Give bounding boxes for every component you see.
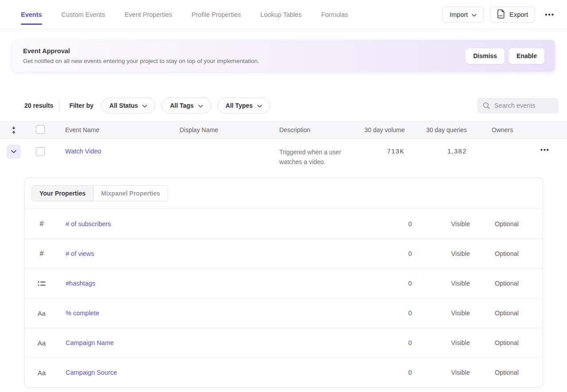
row-checkbox[interactable] xyxy=(36,147,45,156)
property-visibility: Visible xyxy=(412,339,470,346)
event-row-watch-video: Watch Video Triggered when a user watche… xyxy=(0,139,567,176)
divider xyxy=(59,99,59,112)
property-meta: 0 Visible Optional xyxy=(394,339,519,346)
text-type-icon: Aa xyxy=(37,310,46,317)
col-header-description: Description xyxy=(271,126,364,133)
properties-tabs-bar: Your Properties Mixpanel Properties xyxy=(25,178,543,209)
collapse-row-button[interactable] xyxy=(7,145,21,159)
col-header-volume: 30 day volume xyxy=(364,126,408,133)
property-requirement: Optional xyxy=(470,369,519,376)
export-button[interactable]: csv Export xyxy=(490,7,535,23)
property-volume: 0 xyxy=(394,310,412,317)
event-approval-banner: Event Approval Get notified on all new e… xyxy=(12,40,555,72)
col-header-queries: 30 day queries xyxy=(408,126,470,133)
svg-text:csv: csv xyxy=(499,14,503,16)
event-description: Triggered when a user watches a video. xyxy=(279,145,357,167)
import-button[interactable]: Import xyxy=(442,7,484,23)
top-navbar: Events Custom Events Event Properties Pr… xyxy=(0,0,567,29)
property-meta: 0 Visible Optional xyxy=(394,250,519,257)
property-name-link[interactable]: Campaign Source xyxy=(66,369,117,376)
property-meta: 0 Visible Optional xyxy=(394,220,519,227)
enable-button[interactable]: Enable xyxy=(509,48,544,64)
property-requirement: Optional xyxy=(470,220,519,227)
property-visibility: Visible xyxy=(412,250,470,257)
nav-tab[interactable]: Event Properties xyxy=(125,8,172,21)
col-header-event-name: Event Name xyxy=(57,126,171,133)
number-type-icon: # xyxy=(37,250,46,258)
property-volume: 0 xyxy=(394,280,412,287)
collapse-all-icon[interactable] xyxy=(0,126,27,134)
property-requirement: Optional xyxy=(470,250,519,257)
property-row: # # of views 0 Visible Optional xyxy=(25,239,543,268)
property-name-link[interactable]: # of views xyxy=(66,250,94,257)
property-requirement: Optional xyxy=(470,339,519,346)
property-volume: 0 xyxy=(394,369,412,376)
property-visibility: Visible xyxy=(412,310,470,317)
select-all-checkbox[interactable] xyxy=(36,125,45,134)
nav-tab[interactable]: Events xyxy=(21,8,42,21)
text-type-icon: Aa xyxy=(37,339,46,347)
property-meta: 0 Visible Optional xyxy=(394,310,519,317)
nav-tab[interactable]: Formulas xyxy=(321,8,348,21)
events-table-header: Event Name Display Name Description 30 d… xyxy=(0,121,567,139)
more-options-icon[interactable]: ••• xyxy=(541,11,558,18)
property-meta: 0 Visible Optional xyxy=(394,280,519,287)
number-type-icon: # xyxy=(37,220,46,228)
search-events-box[interactable] xyxy=(477,98,559,114)
property-visibility: Visible xyxy=(412,220,470,227)
property-volume: 0 xyxy=(394,339,412,346)
filter-by-label: Filter by xyxy=(69,102,93,109)
dismiss-button[interactable]: Dismiss xyxy=(465,48,504,64)
results-count: 20 results xyxy=(24,102,53,109)
filter-bar: 20 results Filter by All Status All Tags… xyxy=(0,98,567,114)
properties-tab[interactable]: Your Properties xyxy=(32,186,93,201)
csv-file-icon: csv xyxy=(497,9,505,20)
col-header-owners: Owners xyxy=(470,126,537,133)
list-type-icon xyxy=(37,281,46,286)
nav-tabs: Events Custom Events Event Properties Pr… xyxy=(21,8,348,21)
queries-value: 1,382 xyxy=(408,145,470,155)
chevron-down-icon xyxy=(257,102,262,109)
filter-dropdown[interactable]: All Tags xyxy=(162,98,211,114)
nav-tab[interactable]: Lookup Tables xyxy=(260,8,301,21)
nav-tab[interactable]: Custom Events xyxy=(62,8,105,21)
property-name-link[interactable]: Campaign Name xyxy=(66,339,114,346)
col-header-display-name: Display Name xyxy=(171,126,271,133)
property-volume: 0 xyxy=(394,220,412,227)
properties-tab-switch: Your Properties Mixpanel Properties xyxy=(31,185,168,201)
chevron-down-icon xyxy=(198,102,203,109)
property-row: Aa Campaign Name 0 Visible Optional xyxy=(25,328,543,357)
chevron-down-icon xyxy=(142,102,147,109)
property-name-link[interactable]: # of subscribers xyxy=(66,220,111,227)
property-row: Aa Campaign Source 0 Visible Optional xyxy=(25,357,543,387)
nav-actions: Import csv Export ••• xyxy=(442,7,558,23)
volume-value: 713K xyxy=(364,145,408,155)
banner-text: Event Approval Get notified on all new e… xyxy=(23,47,259,64)
banner-subtitle: Get notified on all new events entering … xyxy=(23,58,259,64)
search-icon xyxy=(483,102,490,110)
properties-tab[interactable]: Mixpanel Properties xyxy=(93,186,168,201)
event-name-link[interactable]: Watch Video xyxy=(65,145,101,155)
text-type-icon: Aa xyxy=(37,369,46,376)
search-events-input[interactable] xyxy=(494,102,553,109)
property-meta: 0 Visible Optional xyxy=(394,369,519,376)
property-row: # # of subscribers 0 Visible Optional xyxy=(25,209,543,239)
property-visibility: Visible xyxy=(412,369,470,376)
property-row: Aa % complete 0 Visible Optional xyxy=(25,298,543,328)
property-volume: 0 xyxy=(394,250,412,257)
property-row: #hashtags 0 Visible Optional xyxy=(25,268,543,298)
property-visibility: Visible xyxy=(412,280,470,287)
event-properties-panel: Your Properties Mixpanel Properties # # … xyxy=(24,177,543,388)
property-requirement: Optional xyxy=(470,280,519,287)
banner-actions: Dismiss Enable xyxy=(465,48,544,64)
filter-dropdown[interactable]: All Status xyxy=(102,98,156,114)
property-requirement: Optional xyxy=(470,310,519,317)
chevron-down-icon xyxy=(472,11,477,18)
row-more-options-icon[interactable]: ••• xyxy=(540,146,550,153)
banner-title: Event Approval xyxy=(23,47,259,55)
filter-dropdown[interactable]: All Types xyxy=(218,98,270,114)
property-name-link[interactable]: % complete xyxy=(66,310,99,317)
nav-tab[interactable]: Profile Properties xyxy=(192,8,241,21)
property-name-link[interactable]: #hashtags xyxy=(66,280,95,287)
